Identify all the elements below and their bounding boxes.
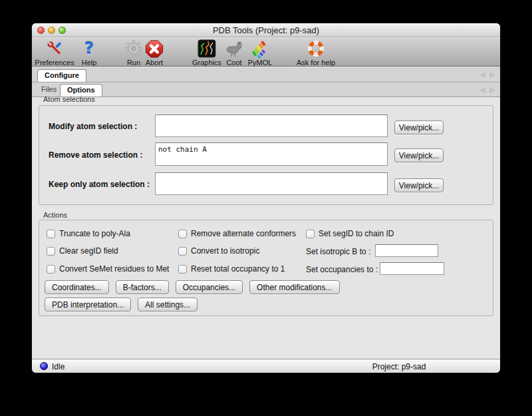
gear-icon bbox=[124, 39, 143, 59]
stop-x-icon bbox=[145, 39, 164, 59]
toolbar-button-pymol[interactable]: PyMOL bbox=[248, 39, 273, 67]
toolbar-label: Graphics bbox=[192, 59, 221, 67]
checkbox-convert-to-isotropic[interactable] bbox=[178, 247, 187, 256]
tools-icon bbox=[45, 39, 65, 59]
toolbar-label: Run bbox=[127, 59, 140, 67]
checkbox-set-segid-to-chain-id[interactable] bbox=[306, 230, 315, 238]
checkbox-row: Clear segID field bbox=[47, 246, 118, 256]
toolbar-button-help[interactable]: ? Help bbox=[82, 39, 97, 67]
project-label: Project: p9-sad bbox=[372, 362, 426, 371]
actions-buttons-row1: Coordinates... B-factors... Occupancies.… bbox=[45, 280, 340, 294]
checkbox-row: Truncate to poly-Ala bbox=[47, 229, 130, 238]
checkbox-label: Convert SeMet residues to Met bbox=[59, 264, 169, 274]
set-isotropic-b-label: Set isotropic B to : bbox=[306, 247, 370, 256]
question-mark-icon: ? bbox=[84, 39, 94, 59]
coot-bird-icon bbox=[224, 39, 244, 59]
view-pick-button-remove[interactable]: View/pick... bbox=[394, 148, 444, 162]
view-pick-button-keep-only[interactable]: View/pick... bbox=[394, 178, 444, 192]
checkbox-row: Convert SeMet residues to Met bbox=[47, 264, 169, 274]
checkbox-label: Reset total occupancy to 1 bbox=[191, 264, 285, 274]
tab-configure[interactable]: Configure bbox=[37, 69, 86, 82]
remove-atom-selection-field[interactable]: not chain A bbox=[155, 142, 388, 166]
checkbox-clear-segid-field[interactable] bbox=[47, 247, 55, 256]
all-settings-button[interactable]: All settings... bbox=[138, 298, 198, 312]
checkbox-row: Reset total occupancy to 1 bbox=[178, 264, 285, 274]
molecule-graphics-icon bbox=[198, 39, 216, 59]
toolbar-button-preferences[interactable]: Preferences bbox=[35, 39, 74, 67]
checkbox-reset-total-occupancy[interactable] bbox=[178, 265, 187, 274]
tabstrip-configure: Configure ◁ ▷ bbox=[32, 67, 500, 83]
toolbar-label: Help bbox=[82, 59, 97, 67]
desktop: PDB Tools (Project: p9-sad) bbox=[0, 0, 532, 416]
set-occupancies-label: Set occupancies to : bbox=[306, 265, 378, 274]
checkbox-row: Convert to isotropic bbox=[178, 246, 259, 256]
other-modifications-button[interactable]: Other modifications... bbox=[249, 280, 339, 294]
b-factors-button[interactable]: B-factors... bbox=[116, 280, 169, 294]
rainbow-ribbon-icon bbox=[250, 39, 270, 59]
status-indicator-icon bbox=[40, 362, 48, 370]
occupancies-button[interactable]: Occupancies... bbox=[176, 280, 243, 294]
arrow-right-icon[interactable]: ▷ bbox=[490, 87, 495, 93]
arrow-left-icon[interactable]: ◁ bbox=[480, 71, 485, 78]
checkbox-convert-semet-to-met[interactable] bbox=[47, 265, 55, 274]
checkbox-label: Clear segID field bbox=[59, 246, 118, 256]
tab-scroll-arrows: ◁ ▷ bbox=[480, 87, 495, 93]
remove-atom-selection-label: Remove atom selection : bbox=[49, 150, 142, 160]
modify-atom-selection-label: Modify atom selection : bbox=[49, 122, 137, 131]
group-label-actions: Actions bbox=[43, 211, 67, 219]
checkbox-label: Set segID to chain ID bbox=[319, 229, 394, 238]
arrow-right-icon[interactable]: ▷ bbox=[490, 71, 495, 78]
checkbox-label: Truncate to poly-Ala bbox=[59, 229, 130, 238]
checkbox-row: Set segID to chain ID bbox=[306, 229, 394, 238]
window-title: PDB Tools (Project: p9-sad) bbox=[32, 25, 500, 35]
toolbar-label: Coot bbox=[226, 59, 241, 67]
toolbar-button-coot[interactable]: Coot bbox=[224, 39, 244, 67]
app-window: PDB Tools (Project: p9-sad) bbox=[32, 23, 500, 373]
arrow-left-icon[interactable]: ◁ bbox=[480, 87, 485, 93]
set-isotropic-b-input[interactable] bbox=[375, 244, 438, 257]
titlebar: PDB Tools (Project: p9-sad) bbox=[32, 23, 500, 37]
toolbar-label: PyMOL bbox=[248, 59, 273, 67]
coordinates-button[interactable]: Coordinates... bbox=[45, 280, 109, 294]
toolbar: Preferences ? Help bbox=[32, 38, 500, 67]
status-bar: Idle Project: p9-sad bbox=[32, 359, 500, 373]
toolbar-button-run[interactable]: Run bbox=[124, 39, 143, 67]
atom-selections-group: Modify atom selection : View/pick... Rem… bbox=[39, 105, 493, 205]
status-text: Idle bbox=[52, 362, 65, 371]
set-occupancies-input[interactable] bbox=[380, 262, 444, 275]
checkbox-label: Convert to isotropic bbox=[191, 246, 259, 256]
actions-group: Truncate to poly-Ala Clear segID field C… bbox=[39, 220, 493, 316]
lifebuoy-icon bbox=[306, 39, 326, 59]
actions-buttons-row2: PDB interpretation... All settings... bbox=[45, 298, 198, 312]
toolbar-label: Ask for help bbox=[297, 59, 335, 67]
toolbar-label: Preferences bbox=[35, 59, 74, 67]
group-label-atom-selections: Atom selections bbox=[43, 95, 95, 103]
toolbar-button-abort[interactable]: Abort bbox=[145, 39, 164, 67]
toolbar-button-ask-for-help[interactable]: Ask for help bbox=[297, 39, 335, 67]
checkbox-truncate-to-poly-ala[interactable] bbox=[47, 230, 55, 238]
checkbox-remove-alternate-conformers[interactable] bbox=[178, 230, 187, 238]
tab-scroll-arrows: ◁ ▷ bbox=[480, 71, 495, 78]
tabstrip-files-options: Files Options ◁ ▷ bbox=[32, 83, 500, 97]
keep-only-atom-selection-label: Keep only atom selection : bbox=[49, 180, 150, 189]
toolbar-label: Abort bbox=[146, 59, 163, 67]
view-pick-button-modify[interactable]: View/pick... bbox=[394, 120, 444, 134]
modify-atom-selection-field[interactable] bbox=[155, 114, 388, 137]
checkbox-row: Remove alternate conformers bbox=[178, 229, 296, 238]
keep-only-atom-selection-field[interactable] bbox=[155, 172, 388, 195]
checkbox-label: Remove alternate conformers bbox=[191, 229, 296, 238]
pdb-interpretation-button[interactable]: PDB interpretation... bbox=[45, 298, 131, 312]
toolbar-button-graphics[interactable]: Graphics bbox=[192, 39, 221, 67]
